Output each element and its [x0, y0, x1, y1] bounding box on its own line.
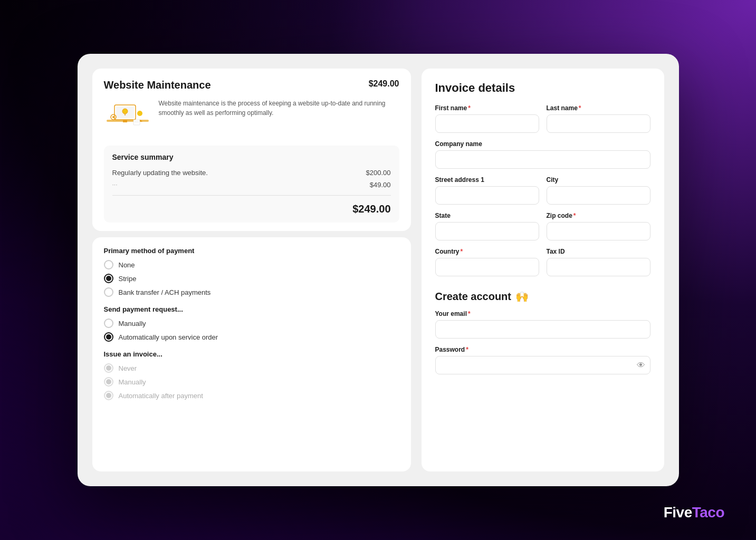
payment-bank-label: Bank transfer / ACH payments — [119, 288, 211, 296]
payment-section-title: Primary method of payment — [104, 247, 399, 255]
state-field: State — [435, 212, 539, 240]
radio-none — [104, 260, 113, 269]
state-zip-row: State Zip code* — [435, 212, 650, 240]
create-account-heading: Create account 🙌 — [435, 290, 650, 303]
payment-none-label: None — [119, 261, 135, 269]
radio-invoice-manually — [104, 377, 113, 387]
service-summary-title: Service summary — [112, 153, 391, 161]
invoice-manually-label: Manually — [119, 378, 146, 386]
radio-auto — [104, 332, 113, 342]
service-row-1-amount: $200.00 — [366, 169, 391, 177]
radio-manually — [104, 319, 113, 328]
city-input[interactable] — [547, 186, 650, 205]
invoice-section-title: Issue an invoice... — [104, 350, 399, 358]
brand-part2: Taco — [692, 504, 724, 520]
street-address-field: Street address 1 — [435, 176, 539, 205]
password-wrapper: 👁 — [435, 356, 650, 374]
invoice-auto-payment: Automatically after payment — [104, 391, 399, 400]
password-row: Password* 👁 — [435, 346, 650, 374]
invoice-title: Invoice details — [435, 81, 650, 95]
total-amount: $249.00 — [352, 203, 390, 215]
send-manually[interactable]: Manually — [104, 319, 399, 328]
password-input[interactable] — [435, 356, 650, 374]
product-price: $249.00 — [369, 79, 399, 89]
service-row-2: ··· $49.00 — [112, 179, 391, 191]
left-panel: Website Maintenance $249.00 — [92, 69, 411, 471]
send-auto-label: Automatically upon service order — [119, 333, 218, 341]
first-name-field: First name* — [435, 104, 539, 133]
zip-code-label: Zip code* — [547, 212, 650, 219]
main-window: Website Maintenance $249.00 — [78, 54, 679, 486]
state-input[interactable] — [435, 222, 539, 240]
service-summary: Service summary Regularly updating the w… — [104, 146, 399, 223]
email-field: Your email* — [435, 310, 650, 339]
payment-option-none[interactable]: None — [104, 260, 399, 269]
svg-point-8 — [137, 111, 142, 116]
payment-option-bank[interactable]: Bank transfer / ACH payments — [104, 287, 399, 297]
send-request-title: Send payment request... — [104, 305, 399, 313]
email-row: Your email* — [435, 310, 650, 339]
payment-card: Primary method of payment None Stripe Ba… — [92, 237, 411, 471]
create-account-emoji: 🙌 — [515, 290, 529, 303]
password-field: Password* 👁 — [435, 346, 650, 374]
service-row-2-amount: $49.00 — [370, 181, 391, 189]
name-row: First name* Last name* — [435, 104, 650, 133]
radio-never — [104, 363, 113, 373]
total-row: $249.00 — [112, 200, 391, 215]
product-image — [104, 99, 151, 138]
zip-code-input[interactable] — [547, 222, 650, 240]
product-title: Website Maintenance — [104, 79, 211, 91]
eye-icon[interactable]: 👁 — [637, 361, 645, 370]
invoice-never-label: Never — [119, 364, 137, 372]
invoice-manually: Manually — [104, 377, 399, 387]
company-name-field: Company name — [435, 140, 650, 169]
first-name-input[interactable] — [435, 114, 539, 133]
payment-stripe-label: Stripe — [119, 275, 137, 283]
product-card: Website Maintenance $249.00 — [92, 69, 411, 231]
service-row-1: Regularly updating the website. $200.00 — [112, 167, 391, 179]
payment-option-stripe[interactable]: Stripe — [104, 274, 399, 283]
company-name-label: Company name — [435, 140, 650, 148]
send-request-options: Manually Automatically upon service orde… — [104, 319, 399, 342]
invoice-auto-payment-label: Automatically after payment — [119, 392, 203, 400]
country-label: Country* — [435, 248, 539, 255]
first-name-label: First name* — [435, 104, 539, 112]
service-row-2-label: ··· — [112, 181, 118, 189]
email-label: Your email* — [435, 310, 650, 317]
street-address-label: Street address 1 — [435, 176, 539, 184]
last-name-input[interactable] — [547, 114, 650, 133]
right-panel: Invoice details First name* Last name* C… — [422, 69, 664, 471]
svg-point-4 — [122, 109, 128, 114]
send-manually-label: Manually — [119, 320, 146, 327]
street-address-input[interactable] — [435, 186, 539, 205]
country-field: Country* — [435, 248, 539, 276]
tax-id-label: Tax ID — [547, 248, 650, 255]
company-name-input[interactable] — [435, 150, 650, 169]
password-label: Password* — [435, 346, 650, 353]
zip-code-field: Zip code* — [547, 212, 650, 240]
product-description: Website maintenance is the process of ke… — [159, 99, 399, 138]
radio-bank — [104, 287, 113, 297]
payment-options: None Stripe Bank transfer / ACH payments — [104, 260, 399, 297]
send-auto[interactable]: Automatically upon service order — [104, 332, 399, 342]
tax-id-field: Tax ID — [547, 248, 650, 276]
company-row: Company name — [435, 140, 650, 169]
brand-part1: Five — [664, 504, 692, 520]
city-field: City — [547, 176, 650, 205]
radio-stripe — [104, 274, 113, 283]
radio-auto-payment — [104, 391, 113, 400]
country-tax-row: Country* Tax ID — [435, 248, 650, 276]
country-input[interactable] — [435, 258, 539, 276]
svg-rect-3 — [123, 120, 127, 122]
email-input[interactable] — [435, 320, 650, 339]
last-name-field: Last name* — [547, 104, 650, 133]
address-row: Street address 1 City — [435, 176, 650, 205]
state-label: State — [435, 212, 539, 219]
invoice-never: Never — [104, 363, 399, 373]
invoice-options: Never Manually Automatically after payme… — [104, 363, 399, 400]
tax-id-input[interactable] — [547, 258, 650, 276]
create-account-title: Create account — [435, 291, 512, 303]
last-name-label: Last name* — [547, 104, 650, 112]
svg-point-7 — [112, 116, 114, 118]
city-label: City — [547, 176, 650, 184]
